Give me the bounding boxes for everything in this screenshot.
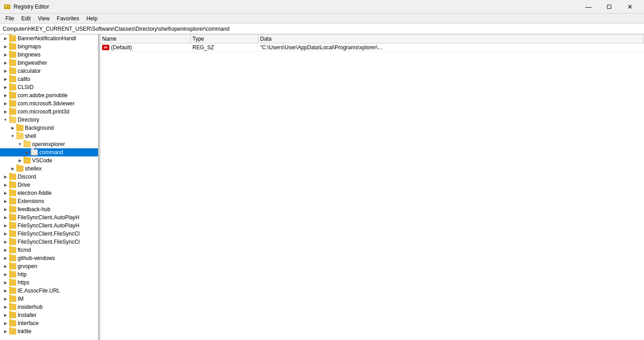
- tree-item-vscode[interactable]: ▶VSCode: [0, 156, 98, 165]
- folder-icon-filesyncclient3: [9, 231, 16, 237]
- tree-item-ieassocfile[interactable]: ▶IE.AssocFile.URL: [0, 287, 98, 295]
- expander-http[interactable]: ▶: [2, 271, 9, 278]
- tree-item-inkfile[interactable]: ▶lnkfile: [0, 327, 98, 335]
- tree-item-bingmaps[interactable]: ▶bingmaps: [0, 42, 98, 51]
- expander-clsid[interactable]: ▶: [2, 84, 9, 91]
- folder-icon-bannernotification: [9, 35, 16, 42]
- tree-item-discord[interactable]: ▶Discord: [0, 173, 98, 181]
- menu-view[interactable]: View: [34, 14, 53, 23]
- tree-item-insiderhub[interactable]: ▶insiderhub: [0, 303, 98, 311]
- minimize-button[interactable]: —: [578, 0, 599, 14]
- tree-item-extensions[interactable]: ▶Extensions: [0, 197, 98, 205]
- tree-item-grvopen[interactable]: ▶grvopen: [0, 262, 98, 270]
- tree-item-comadobe[interactable]: ▶com.adobe.psmobile: [0, 91, 98, 99]
- tree-item-filesyncclient2[interactable]: ▶FileSyncClient.AutoPlayH: [0, 222, 98, 230]
- column-name-header[interactable]: Name: [100, 34, 191, 43]
- registry-tree[interactable]: ▶BannerNotificationHandl▶bingmaps▶bingne…: [0, 34, 98, 340]
- folder-icon-commicrosoft3d: [9, 100, 16, 107]
- expander-inkfile[interactable]: ▶: [2, 328, 9, 335]
- expander-bingmaps[interactable]: ▶: [2, 43, 9, 50]
- folder-icon-openinxplorer: [23, 141, 31, 147]
- expander-githubwindows[interactable]: ▶: [2, 255, 9, 262]
- tree-item-calculator[interactable]: ▶calculator: [0, 67, 98, 75]
- expander-grvopen[interactable]: ▶: [2, 263, 9, 270]
- tree-item-installer[interactable]: ▶Installer: [0, 311, 98, 319]
- expander-bingnews[interactable]: ▶: [2, 51, 9, 58]
- expander-installer[interactable]: ▶: [2, 312, 9, 319]
- tree-item-githubwindows[interactable]: ▶github-windows: [0, 254, 98, 262]
- expander-interface[interactable]: ▶: [2, 320, 9, 327]
- tree-item-commicrosoftprint[interactable]: ▶com.microsoft.print3d: [0, 108, 98, 116]
- tree-item-shellex[interactable]: ▶shellex: [0, 165, 98, 173]
- expander-filesyncclient3[interactable]: ▶: [2, 230, 9, 237]
- expander-bannernotification[interactable]: ▶: [2, 35, 9, 42]
- tree-item-filesyncclient1[interactable]: ▶FileSyncClient.AutoPlayH: [0, 213, 98, 222]
- tree-item-shell[interactable]: ▼shell: [0, 132, 98, 140]
- expander-background[interactable]: ▶: [9, 124, 16, 132]
- folder-icon-bingnews: [9, 52, 16, 58]
- menu-help[interactable]: Help: [83, 14, 101, 23]
- folder-icon-background: [16, 125, 23, 131]
- tree-item-filesyncclient4[interactable]: ▶FileSyncClient.FileSyncCl: [0, 238, 98, 246]
- expander-shellex[interactable]: ▶: [9, 165, 16, 172]
- tree-item-http[interactable]: ▶http: [0, 270, 98, 279]
- tree-item-command[interactable]: ▶command: [0, 148, 98, 156]
- tree-item-commicrosoft3d[interactable]: ▶com.microsoft.3dviewer: [0, 99, 98, 108]
- tree-label-calculator: calculator: [18, 68, 41, 74]
- maximize-button[interactable]: [599, 0, 620, 14]
- expander-https[interactable]: ▶: [2, 279, 9, 286]
- column-data-header[interactable]: Data: [258, 34, 644, 43]
- expander-openinxplorer[interactable]: ▼: [16, 141, 23, 148]
- expander-electronfiddle[interactable]: ▶: [2, 189, 9, 197]
- tree-item-directory[interactable]: ▼Directory: [0, 116, 98, 124]
- tree-item-ftcmd[interactable]: ▶ftcmd: [0, 246, 98, 254]
- expander-feedbackhub[interactable]: ▶: [2, 206, 9, 213]
- tree-label-clsid: CLSID: [18, 84, 33, 90]
- expander-commicrosoftprint[interactable]: ▶: [2, 108, 9, 115]
- tree-item-openinxplorer[interactable]: ▼openinxplorer: [0, 140, 98, 148]
- expander-filesyncclient4[interactable]: ▶: [2, 238, 9, 246]
- expander-calculator[interactable]: ▶: [2, 67, 9, 75]
- expander-extensions[interactable]: ▶: [2, 198, 9, 205]
- folder-icon-bingweather: [9, 60, 16, 66]
- column-type-header[interactable]: Type: [191, 34, 258, 43]
- menu-edit[interactable]: Edit: [18, 14, 34, 23]
- tree-item-bannernotification[interactable]: ▶BannerNotificationHandl: [0, 34, 98, 42]
- expander-discord[interactable]: ▶: [2, 173, 9, 180]
- tree-item-im[interactable]: ▶IM: [0, 295, 98, 303]
- tree-item-interface[interactable]: ▶Interface: [0, 319, 98, 327]
- expander-drive[interactable]: ▶: [2, 181, 9, 189]
- tree-item-clsid[interactable]: ▶CLSID: [0, 83, 98, 91]
- expander-ieassocfile[interactable]: ▶: [2, 287, 9, 294]
- expander-bingweather[interactable]: ▶: [2, 59, 9, 66]
- expander-insiderhub[interactable]: ▶: [2, 303, 9, 311]
- expander-comadobe[interactable]: ▶: [2, 92, 9, 99]
- close-button[interactable]: ✕: [620, 0, 640, 14]
- expander-im[interactable]: ▶: [2, 295, 9, 302]
- expander-command[interactable]: ▶: [23, 149, 31, 156]
- expander-vscode[interactable]: ▶: [16, 157, 23, 164]
- expander-ftcmd[interactable]: ▶: [2, 246, 9, 254]
- detail-row[interactable]: ab(Default)REG_SZ"C:\Users\User\AppData\…: [100, 43, 644, 52]
- tree-label-shell: shell: [25, 133, 36, 139]
- expander-commicrosoft3d[interactable]: ▶: [2, 100, 9, 107]
- expander-shell[interactable]: ▼: [9, 132, 16, 140]
- expander-directory[interactable]: ▼: [2, 116, 9, 123]
- tree-item-feedbackhub[interactable]: ▶feedback-hub: [0, 205, 98, 213]
- tree-item-https[interactable]: ▶https: [0, 279, 98, 287]
- tree-item-drive[interactable]: ▶Drive: [0, 181, 98, 189]
- folder-icon-bingmaps: [9, 43, 16, 50]
- tree-item-bingweather[interactable]: ▶bingweather: [0, 59, 98, 67]
- tree-item-background[interactable]: ▶Background: [0, 124, 98, 132]
- folder-icon-comadobe: [9, 92, 16, 99]
- detail-cell-data: "C:\Users\User\AppData\Local\Programs\xp…: [258, 44, 644, 51]
- tree-item-callto[interactable]: ▶callto: [0, 75, 98, 83]
- tree-item-filesyncclient3[interactable]: ▶FileSyncClient.FileSyncCl: [0, 230, 98, 238]
- expander-filesyncclient2[interactable]: ▶: [2, 222, 9, 229]
- expander-filesyncclient1[interactable]: ▶: [2, 214, 9, 221]
- expander-callto[interactable]: ▶: [2, 76, 9, 83]
- tree-item-bingnews[interactable]: ▶bingnews: [0, 51, 98, 59]
- menu-favorites[interactable]: Favorites: [53, 14, 83, 23]
- menu-file[interactable]: File: [2, 14, 18, 23]
- tree-item-electronfiddle[interactable]: ▶electron-fiddle: [0, 189, 98, 197]
